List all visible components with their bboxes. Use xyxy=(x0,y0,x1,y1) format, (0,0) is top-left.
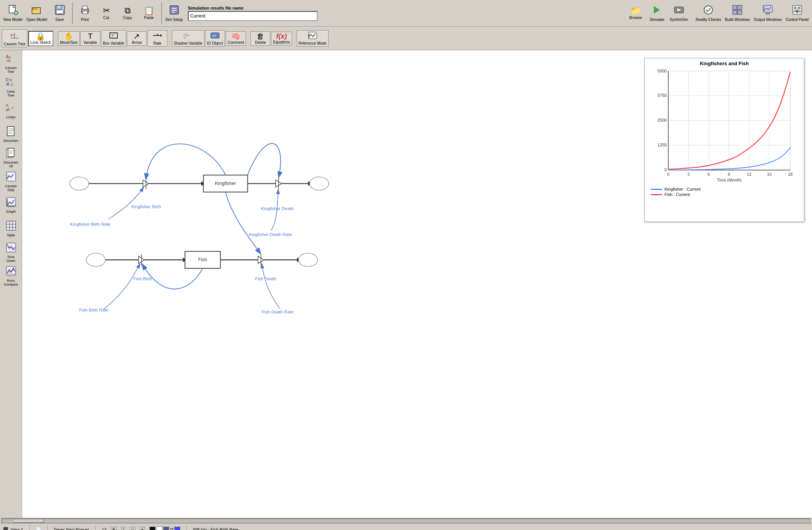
open-model-button[interactable]: Open Model xyxy=(24,1,49,26)
cut-button[interactable]: ✂ Cut xyxy=(96,1,117,26)
shadow-variable-btn[interactable]: <5> ⊕ Shadow Variable xyxy=(172,30,204,47)
status-sep-1 xyxy=(29,526,30,530)
sidebar-loops[interactable]: A R+ C Loops xyxy=(1,99,21,122)
variable-btn[interactable]: T Variable xyxy=(80,31,100,46)
equations-btn[interactable]: f(x) Equations xyxy=(271,32,292,45)
second-toolbar: A c Causes Tree 🔒 Lock Sketch ✋ Move/Siz… xyxy=(0,27,812,50)
status-italic[interactable]: i xyxy=(121,527,125,530)
svg-text:3: 3 xyxy=(687,172,690,177)
status-bold[interactable]: b xyxy=(111,527,117,530)
comment-label: Comment xyxy=(228,40,244,45)
sidebar-document-all[interactable]: DocumenAll xyxy=(1,146,21,169)
new-model-button[interactable]: New Model xyxy=(2,1,24,26)
document-all-sb-label: DocumenAll xyxy=(3,161,18,168)
arrow-btn[interactable]: ↗ Arrow xyxy=(127,31,147,46)
status-strikethrough[interactable]: s xyxy=(140,527,145,530)
svg-point-100 xyxy=(86,253,105,267)
comment-btn[interactable]: 🧠 Comment xyxy=(226,31,246,46)
control-panel-button[interactable]: Control Panel xyxy=(783,3,810,23)
status-font: Times New Roman xyxy=(54,527,89,530)
delete-icon: 🗑 xyxy=(257,32,264,40)
delete-btn[interactable]: 🗑 Delete xyxy=(250,31,270,46)
build-windows-button[interactable]: Build Windows xyxy=(723,3,752,23)
canvas-area[interactable]: Kingfisher Fish xyxy=(22,50,812,518)
kingfisher-legend-label: Kingfisher : Current xyxy=(664,187,701,191)
sim-file-input[interactable] xyxy=(188,11,318,21)
causes-tree-sb-icon: A c A c xyxy=(5,53,17,66)
paste-label: Paste xyxy=(144,16,154,20)
diagram-svg: Kingfisher Fish xyxy=(22,50,354,348)
svg-rect-6 xyxy=(57,5,61,9)
svg-rect-21 xyxy=(733,10,737,14)
svg-text:c: c xyxy=(9,59,11,63)
status-strikethrough-label: s xyxy=(141,527,144,530)
svg-rect-73 xyxy=(6,198,16,207)
rate-label: Rate xyxy=(153,41,161,45)
status-arrows[interactable]: ⇄ xyxy=(170,527,173,530)
io-object-btn[interactable]: IO IO Object xyxy=(205,30,225,47)
output-windows-button[interactable]: Output Windows xyxy=(752,3,783,23)
document-sb-icon xyxy=(6,126,16,138)
causes-tree-btn[interactable]: A c Causes Tree xyxy=(2,29,27,47)
box-variable-icon: T + xyxy=(109,31,118,41)
legend-kingfisher: Kingfisher : Current xyxy=(651,187,798,191)
reference-mode-btn[interactable]: Reference Mode xyxy=(297,30,329,47)
copy-icon: ⧉ xyxy=(125,6,131,15)
browse-icon: 📁 xyxy=(631,6,641,15)
reference-mode-label: Reference Mode xyxy=(298,41,327,45)
synthe-sim-button[interactable]: SyntheSim xyxy=(668,3,690,23)
paste-button[interactable]: 📋 Paste xyxy=(138,1,160,26)
legend-fish: Fish : Current xyxy=(651,192,798,197)
causes-tree-icon: A c xyxy=(10,31,19,42)
status-fill-color[interactable] xyxy=(163,527,169,530)
status-color2[interactable] xyxy=(174,527,180,530)
svg-text:1250: 1250 xyxy=(658,143,667,147)
svg-point-18 xyxy=(704,6,713,14)
sidebar-table[interactable]: Table xyxy=(1,217,21,240)
sidebar-uses-tree[interactable]: D E A C UsesTree xyxy=(1,75,21,98)
sim-file-area: Simulation results file name xyxy=(188,1,622,26)
graph-sb-label: Graph xyxy=(6,210,16,214)
status-view: ⬛ View 1 xyxy=(3,527,23,530)
new-model-label: New Model xyxy=(3,18,22,22)
status-fill-black[interactable] xyxy=(149,527,156,530)
browse-button[interactable]: 📁 Browse xyxy=(625,5,646,21)
sidebar-causes-tree[interactable]: A c A c CausesTree xyxy=(1,52,21,75)
arrow-icon: ↗ xyxy=(133,32,140,40)
svg-text:D: D xyxy=(6,77,9,82)
simulate-button[interactable]: Simulate xyxy=(646,3,668,23)
reality-checks-button[interactable]: Reality Checks xyxy=(694,3,723,23)
top-toolbar: New Model Open Model Save xyxy=(0,0,812,27)
output-windows-icon xyxy=(762,5,773,17)
status-underline[interactable]: u xyxy=(130,527,135,530)
sidebar-runs-compare[interactable]: RunsCompare xyxy=(1,265,21,287)
rate-btn[interactable]: Rate xyxy=(148,30,167,47)
table-sb-label: Table xyxy=(7,233,15,237)
print-button[interactable]: Print xyxy=(74,1,96,26)
svg-text:c: c xyxy=(9,55,11,59)
status-fill-white[interactable] xyxy=(156,527,162,530)
sim-setup-button[interactable]: Sim Setup xyxy=(164,1,185,26)
copy-button[interactable]: ⧉ Copy xyxy=(117,1,138,26)
scrollbar-track[interactable] xyxy=(2,519,810,523)
svg-text:IO: IO xyxy=(212,34,216,38)
box-variable-btn[interactable]: T + Box Variable xyxy=(101,30,126,47)
sidebar-document[interactable]: Documen xyxy=(1,123,21,146)
move-size-btn[interactable]: ✋ Move/Size xyxy=(58,31,80,46)
sidebar-causes-strip[interactable]: CausesStrip xyxy=(1,170,21,193)
horizontal-scrollbar[interactable] xyxy=(0,518,812,523)
sidebar-time-down[interactable]: TimeDown xyxy=(1,241,21,264)
delete-label: Delete xyxy=(255,40,266,45)
status-bold-label: b xyxy=(112,527,115,530)
sidebar-graph[interactable]: Graph xyxy=(1,194,21,217)
graph-sb-icon xyxy=(6,197,16,209)
print-label: Print xyxy=(81,18,89,22)
status-bar: ⬛ View 1 📄 Times New Roman 12 b i u s ⇄ … xyxy=(0,523,812,530)
scrollbar-thumb[interactable] xyxy=(13,519,44,523)
svg-text:Time (Month): Time (Month) xyxy=(717,178,742,182)
variable-icon: T xyxy=(88,32,93,40)
save-button[interactable]: Save xyxy=(49,1,71,26)
status-font-name: Times New Roman xyxy=(54,527,89,530)
lock-sketch-btn[interactable]: 🔒 Lock Sketch xyxy=(28,31,53,46)
reality-checks-label: Reality Checks xyxy=(696,18,721,22)
